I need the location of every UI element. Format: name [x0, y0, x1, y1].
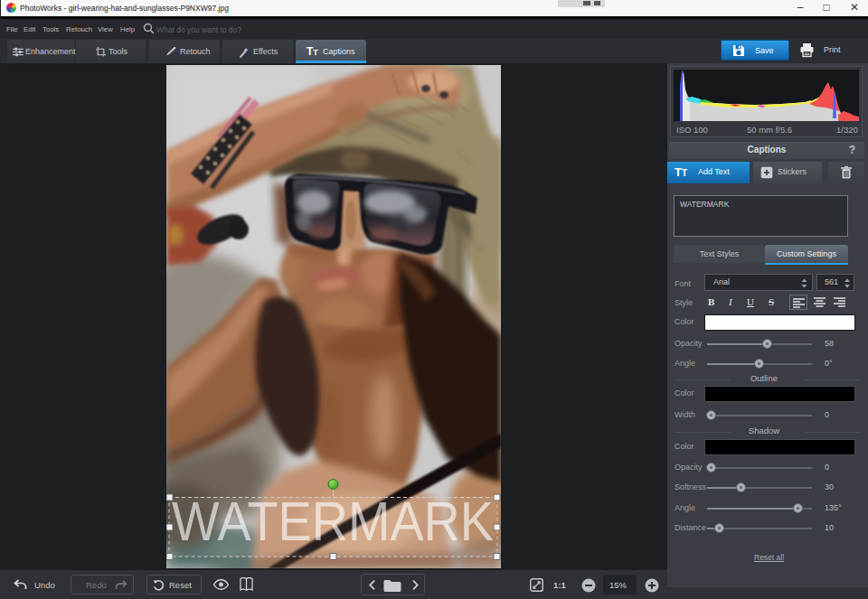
- svg-text:WATERMARK: WATERMARK: [172, 490, 494, 552]
